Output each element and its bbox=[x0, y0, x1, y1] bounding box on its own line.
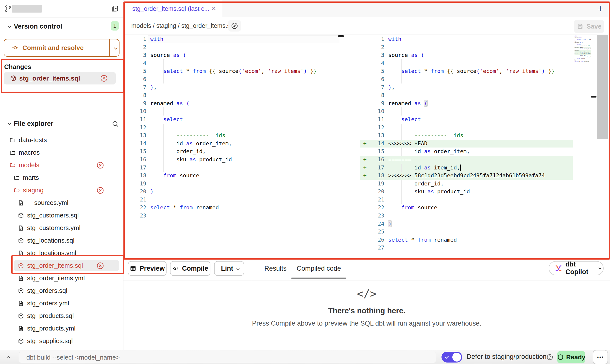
sidebar: Version control 1 Commit and resolve Cha… bbox=[0, 0, 123, 350]
tab-close-icon[interactable]: ✕ bbox=[211, 5, 216, 12]
compile-label: Compile bbox=[182, 265, 208, 272]
file-tree-item-stg_supplies.sql[interactable]: stg_supplies.sql bbox=[0, 335, 123, 347]
right-scrollbar-thumb[interactable] bbox=[591, 96, 596, 98]
code-line-14: +14<<<<<<< HEAD bbox=[360, 140, 573, 148]
lint-dropdown-chevron-icon[interactable] bbox=[235, 266, 241, 272]
branch-name-placeholder[interactable] bbox=[12, 5, 42, 13]
table-icon bbox=[130, 265, 136, 272]
save-button[interactable]: Save bbox=[574, 20, 604, 33]
code-line-14: 14 id as order_item, bbox=[124, 140, 339, 148]
code-line-4: 4 bbox=[360, 59, 573, 67]
file-tree-item-staging[interactable]: staging bbox=[0, 184, 123, 197]
copy-file-icon[interactable] bbox=[111, 5, 119, 13]
file-tree-item-__sources.yml[interactable]: __sources.yml bbox=[0, 197, 123, 209]
file-tree-item-stg_products.sql[interactable]: stg_products.sql bbox=[0, 310, 123, 322]
search-icon[interactable] bbox=[111, 120, 119, 128]
code-icon bbox=[172, 265, 179, 272]
editor-pane-current[interactable]: 1with23source as (45 select * from {{ so… bbox=[360, 34, 573, 252]
code-line-12: 12 bbox=[360, 124, 573, 132]
code-line-19: 19 bbox=[124, 180, 339, 188]
file-tree-item-data-tests[interactable]: data-tests bbox=[0, 134, 123, 146]
chevron-down-icon[interactable] bbox=[6, 23, 13, 30]
file-tree-item-stg_order_items.yml[interactable]: stg_order_items.yml bbox=[0, 272, 123, 284]
code-line-18: 18 from source bbox=[124, 172, 339, 180]
file-explorer-title: File explorer bbox=[14, 120, 53, 128]
discard-change-icon[interactable] bbox=[96, 186, 104, 195]
breadcrumb: models / staging / stg_order_items.sql bbox=[131, 22, 235, 29]
file-tree-item-stg_customers.sql[interactable]: stg_customers.sql bbox=[0, 209, 123, 222]
file-tree-item-label: stg_order_items.sql bbox=[27, 262, 83, 269]
file-tree-item-stg_order_items.sql[interactable]: stg_order_items.sql bbox=[0, 259, 123, 272]
code-line-11: 11 select bbox=[360, 116, 573, 124]
file-tree-item-label: stg_locations.sql bbox=[27, 237, 74, 244]
minimap[interactable]: withsource as ( select * from {{ source(… bbox=[575, 35, 591, 80]
ready-status-badge[interactable]: Ready bbox=[557, 351, 585, 363]
file-tree-item-macros[interactable]: macros bbox=[0, 146, 123, 159]
file-tree-item-stg_customers.yml[interactable]: stg_customers.yml bbox=[0, 222, 123, 234]
diff-editor: 1with23source as (45 select * from {{ so… bbox=[123, 34, 610, 258]
changes-file-row[interactable]: stg_order_items.sql bbox=[4, 72, 116, 84]
folder-open-icon bbox=[9, 162, 16, 168]
changes-count-badge: 1 bbox=[111, 21, 119, 31]
code-line-16: 16 sku as product_id bbox=[124, 156, 339, 164]
left-scrollbar-thumb[interactable] bbox=[338, 35, 344, 37]
file-tree-item-models[interactable]: models bbox=[0, 159, 123, 171]
file-tree-item-label: stg_supplies.sql bbox=[27, 337, 73, 345]
file-tree-item-label: marts bbox=[23, 174, 39, 182]
chevron-up-icon[interactable] bbox=[5, 354, 12, 361]
tab-compiled-code[interactable]: Compiled code bbox=[291, 265, 346, 272]
overview-scrollbar-thumb[interactable] bbox=[597, 35, 608, 139]
file-tree-item-label: stg_orders.sql bbox=[27, 287, 67, 295]
preview-button[interactable]: Preview bbox=[128, 261, 167, 276]
help-icon[interactable] bbox=[546, 353, 554, 361]
defer-label: Defer to staging/production bbox=[467, 353, 546, 361]
sidebar-divider bbox=[0, 117, 123, 117]
changes-file-name: stg_order_items.sql bbox=[19, 75, 80, 82]
discard-change-icon[interactable] bbox=[100, 74, 108, 83]
file-tree-item-stg_orders.yml[interactable]: stg_orders.yml bbox=[0, 297, 123, 310]
command-input[interactable] bbox=[19, 352, 436, 363]
file-tree-item-stg_locations.sql[interactable]: stg_locations.sql bbox=[0, 234, 123, 247]
empty-state-subtitle: Press Compile above to preview the SQL d… bbox=[123, 320, 610, 327]
new-tab-button[interactable]: + bbox=[597, 3, 603, 15]
discard-change-icon[interactable] bbox=[96, 262, 104, 270]
active-tab-underline bbox=[291, 278, 346, 279]
code-line-17: +17 id as item_id, bbox=[360, 164, 573, 172]
discard-change-icon[interactable] bbox=[96, 161, 104, 169]
more-options-button[interactable]: ••• bbox=[593, 350, 608, 364]
code-line-6: 6 bbox=[124, 75, 339, 83]
file-tree-item-stg_locations.yml[interactable]: stg_locations.yml bbox=[0, 247, 123, 259]
cube-icon bbox=[18, 237, 24, 244]
copilot-dropdown-chevron-icon[interactable] bbox=[597, 265, 603, 271]
code-line-13: 13 ---------- ids bbox=[124, 132, 339, 140]
code-line-27: 27 bbox=[360, 244, 573, 252]
scrollbar-track bbox=[591, 34, 591, 258]
dbt-copilot-button[interactable]: dbt Copilot bbox=[549, 261, 604, 275]
chevron-down-icon[interactable] bbox=[6, 120, 13, 127]
editor-tab-bar: stg_order_items.sql (last c... ✕ + bbox=[123, 0, 610, 17]
compass-icon[interactable] bbox=[228, 20, 241, 32]
code-line-7: 7), bbox=[124, 83, 339, 92]
tab-results[interactable]: Results bbox=[264, 265, 287, 272]
code-line-1: 1with bbox=[360, 35, 573, 43]
editor-pane-original[interactable]: 1with23source as (45 select * from {{ so… bbox=[124, 34, 339, 220]
commit-dropdown-chevron-icon[interactable] bbox=[113, 45, 119, 52]
code-line-2: 2 bbox=[360, 43, 573, 51]
code-line-4: 4 bbox=[124, 59, 339, 67]
defer-toggle[interactable] bbox=[441, 352, 462, 363]
file-tree-item-stg_orders.sql[interactable]: stg_orders.sql bbox=[0, 284, 123, 297]
save-icon bbox=[577, 23, 584, 30]
ready-label: Ready bbox=[566, 353, 585, 361]
code-line-21: 21 bbox=[360, 196, 573, 204]
tab-stg-order-items[interactable]: stg_order_items.sql (last c... ✕ bbox=[125, 0, 222, 17]
lint-button[interactable]: Lint bbox=[214, 261, 244, 276]
file-tree-item-marts[interactable]: marts bbox=[0, 171, 123, 184]
code-line-19: 19 order_id, bbox=[360, 180, 573, 188]
code-line-3: 3source as ( bbox=[124, 51, 339, 59]
commit-and-resolve-button[interactable]: Commit and resolve bbox=[4, 39, 119, 57]
compile-button[interactable]: Compile bbox=[170, 261, 210, 276]
code-slash-icon: </> bbox=[123, 287, 610, 300]
folder-open-icon bbox=[14, 187, 20, 194]
file-tree-item-stg_products.yml[interactable]: stg_products.yml bbox=[0, 322, 123, 335]
minimap-line: select * from {{ source('ecom', 'raw_ite… bbox=[575, 39, 591, 40]
